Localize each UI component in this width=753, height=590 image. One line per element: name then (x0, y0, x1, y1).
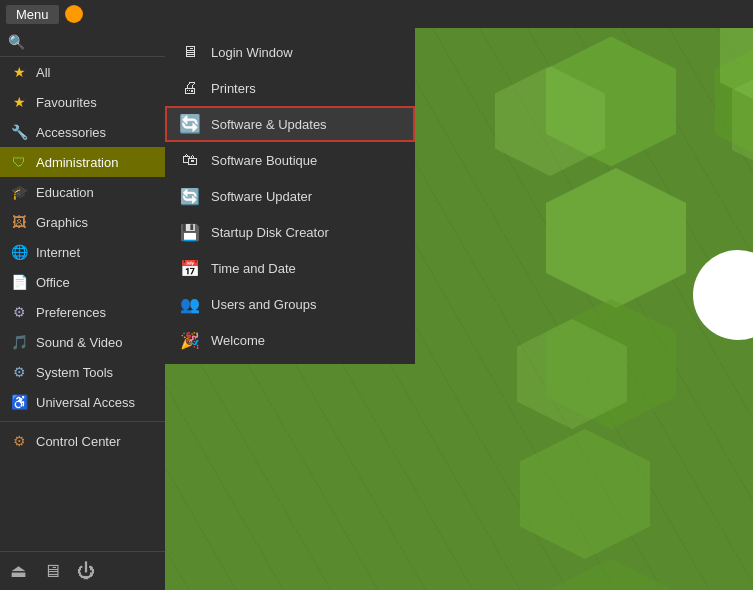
sidebar-item-administration-label: Administration (36, 155, 118, 170)
sidebar-item-education-label: Education (36, 185, 94, 200)
menu-button[interactable]: Menu (6, 5, 59, 24)
submenu-item-time-date-label: Time and Date (211, 261, 296, 276)
accessories-icon: 🔧 (10, 123, 28, 141)
sidebar-item-control-center[interactable]: ⚙ Control Center (0, 426, 165, 456)
search-bar: 🔍 ◀ (0, 28, 165, 57)
sidebar-item-sound-video[interactable]: 🎵 Sound & Video (0, 327, 165, 357)
time-date-icon: 📅 (179, 257, 201, 279)
software-boutique-icon: 🛍 (179, 149, 201, 171)
administration-icon: 🛡 (10, 153, 28, 171)
submenu-item-software-boutique-label: Software Boutique (211, 153, 317, 168)
software-updates-icon: 🔄 (179, 113, 201, 135)
sidebar-item-internet[interactable]: 🌐 Internet (0, 237, 165, 267)
sidebar-item-graphics[interactable]: 🖼 Graphics (0, 207, 165, 237)
users-groups-icon: 👥 (179, 293, 201, 315)
software-updater-icon: 🔄 (179, 185, 201, 207)
submenu-panel: 🖥 Login Window 🖨 Printers 🔄 Software & U… (165, 28, 415, 364)
preferences-icon: ⚙ (10, 303, 28, 321)
sidebar-item-universal-access[interactable]: ♿ Universal Access (0, 387, 165, 417)
sidebar-item-internet-label: Internet (36, 245, 80, 260)
all-icon: ★ (10, 63, 28, 81)
submenu-item-software-updates[interactable]: 🔄 Software & Updates (165, 106, 415, 142)
sidebar-item-control-center-label: Control Center (36, 434, 121, 449)
sidebar-item-sound-video-label: Sound & Video (36, 335, 123, 350)
submenu-item-printers[interactable]: 🖨 Printers (165, 70, 415, 106)
menu-bottom-buttons: ⏏ 🖥 ⏻ (0, 551, 165, 590)
sidebar-item-favourites[interactable]: ★ Favourites (0, 87, 165, 117)
office-icon: 📄 (10, 273, 28, 291)
submenu-item-users-groups-label: Users and Groups (211, 297, 317, 312)
startup-disk-icon: 💾 (179, 221, 201, 243)
separator (0, 421, 165, 422)
sidebar-item-accessories-label: Accessories (36, 125, 106, 140)
menu-panel: 🔍 ◀ ★ All ★ Favourites 🔧 Accessories 🛡 A… (0, 28, 165, 590)
submenu-item-login-window-label: Login Window (211, 45, 293, 60)
submenu-item-software-updates-label: Software & Updates (211, 117, 327, 132)
sidebar-item-office-label: Office (36, 275, 70, 290)
sidebar-item-favourites-label: Favourites (36, 95, 97, 110)
education-icon: 🎓 (10, 183, 28, 201)
sidebar-item-system-tools[interactable]: ⚙ System Tools (0, 357, 165, 387)
sidebar-item-administration[interactable]: 🛡 Administration (0, 147, 165, 177)
system-tools-icon: ⚙ (10, 363, 28, 381)
submenu-item-users-groups[interactable]: 👥 Users and Groups (165, 286, 415, 322)
sidebar-item-graphics-label: Graphics (36, 215, 88, 230)
sidebar-item-preferences[interactable]: ⚙ Preferences (0, 297, 165, 327)
lock-screen-button[interactable]: 🖥 (43, 561, 61, 582)
submenu-item-software-updater-label: Software Updater (211, 189, 312, 204)
login-window-icon: 🖥 (179, 41, 201, 63)
printers-icon: 🖨 (179, 77, 201, 99)
submenu-item-software-updater[interactable]: 🔄 Software Updater (165, 178, 415, 214)
sidebar-item-education[interactable]: 🎓 Education (0, 177, 165, 207)
submenu-item-time-date[interactable]: 📅 Time and Date (165, 250, 415, 286)
welcome-icon: 🎉 (179, 329, 201, 351)
search-icon: 🔍 (8, 34, 25, 50)
submenu-item-login-window[interactable]: 🖥 Login Window (165, 34, 415, 70)
submenu-item-welcome-label: Welcome (211, 333, 265, 348)
logout-button[interactable]: ⏏ (10, 560, 27, 582)
submenu-item-welcome[interactable]: 🎉 Welcome (165, 322, 415, 358)
firefox-icon[interactable] (65, 5, 83, 23)
internet-icon: 🌐 (10, 243, 28, 261)
menu-button-label: Menu (16, 7, 49, 22)
submenu-item-software-boutique[interactable]: 🛍 Software Boutique (165, 142, 415, 178)
submenu-item-printers-label: Printers (211, 81, 256, 96)
favourites-icon: ★ (10, 93, 28, 111)
sidebar-item-system-tools-label: System Tools (36, 365, 113, 380)
sidebar-item-universal-access-label: Universal Access (36, 395, 135, 410)
menu-items-list: ★ All ★ Favourites 🔧 Accessories 🛡 Admin… (0, 57, 165, 551)
taskbar: Menu (0, 0, 753, 28)
submenu-item-startup-disk-label: Startup Disk Creator (211, 225, 329, 240)
sidebar-item-all[interactable]: ★ All (0, 57, 165, 87)
sound-video-icon: 🎵 (10, 333, 28, 351)
sidebar-item-office[interactable]: 📄 Office (0, 267, 165, 297)
graphics-icon: 🖼 (10, 213, 28, 231)
power-button[interactable]: ⏻ (77, 561, 95, 582)
submenu-item-startup-disk[interactable]: 💾 Startup Disk Creator (165, 214, 415, 250)
control-center-icon: ⚙ (10, 432, 28, 450)
sidebar-item-accessories[interactable]: 🔧 Accessories (0, 117, 165, 147)
universal-access-icon: ♿ (10, 393, 28, 411)
sidebar-item-all-label: All (36, 65, 50, 80)
sidebar-item-preferences-label: Preferences (36, 305, 106, 320)
